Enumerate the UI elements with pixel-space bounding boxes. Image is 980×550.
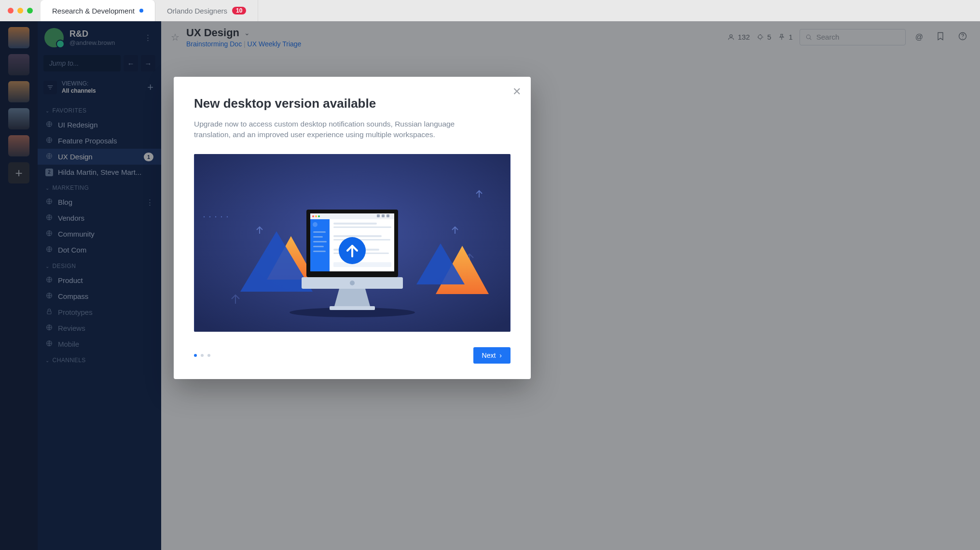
svg-rect-52 [313,241,327,242]
page-dot[interactable] [207,354,210,357]
svg-rect-49 [386,214,389,217]
svg-rect-38 [310,219,330,271]
window-tabbar: Research & Development Orlando Designers… [0,0,980,21]
svg-point-23 [209,216,210,217]
unread-badge: 10 [232,7,246,14]
svg-rect-58 [330,306,375,310]
svg-rect-41 [333,226,391,228]
minimize-window-button[interactable] [17,8,23,14]
next-button[interactable]: Next › [473,347,511,364]
svg-rect-46 [333,262,391,267]
svg-point-36 [315,215,317,217]
svg-point-37 [318,215,320,217]
modal-scrim[interactable]: ✕ New desktop version available Upgrade … [0,21,980,550]
workspace-tab-label: Research & Development [52,7,135,15]
svg-point-24 [215,216,216,217]
unread-dot-icon [139,9,143,13]
workspace-tab-orlando[interactable]: Orlando Designers 10 [155,0,258,21]
page-dot-active[interactable] [194,354,197,357]
svg-rect-48 [382,214,385,217]
svg-point-22 [204,216,205,217]
svg-rect-50 [313,231,326,233]
svg-point-35 [312,215,314,217]
chevron-right-icon: › [499,352,502,359]
page-dot[interactable] [201,354,204,357]
next-button-label: Next [482,352,496,359]
workspace-tab-rd[interactable]: Research & Development [41,0,155,21]
maximize-window-button[interactable] [27,8,33,14]
window-controls [0,8,41,14]
update-modal: ✕ New desktop version available Upgrade … [174,77,531,379]
svg-point-57 [350,281,355,285]
modal-illustration [194,154,511,332]
pagination-dots [194,354,210,357]
svg-rect-40 [333,223,377,225]
close-window-button[interactable] [8,8,14,14]
svg-rect-42 [333,235,382,237]
svg-point-26 [227,216,228,217]
svg-rect-51 [313,236,323,238]
modal-description: Upgrade now to access custom desktop not… [194,119,493,141]
svg-point-25 [221,216,222,217]
svg-rect-54 [313,251,326,252]
modal-title: New desktop version available [194,96,511,111]
svg-rect-43 [333,239,390,240]
close-modal-button[interactable]: ✕ [512,85,521,98]
svg-rect-53 [313,246,324,247]
svg-rect-47 [377,214,380,217]
workspace-tab-label: Orlando Designers [167,7,227,15]
svg-rect-34 [310,213,394,219]
svg-point-39 [313,222,317,227]
